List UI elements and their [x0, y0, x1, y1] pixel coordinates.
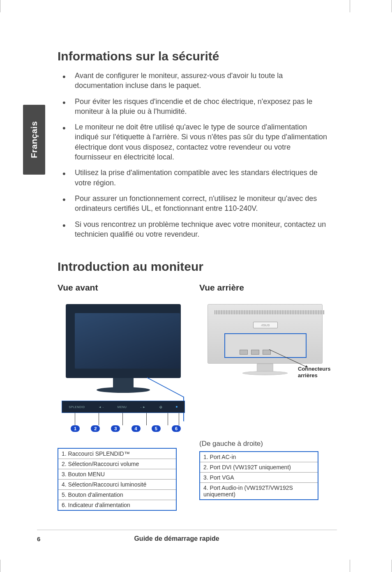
safety-bullet-list: Avant de configurer le moniteur, assurez…: [58, 71, 329, 239]
rear-view-column: Vue arrière /ISUS Connect: [199, 283, 329, 511]
button-label: - ►: [141, 406, 146, 408]
button-label: ⏻: [159, 406, 163, 408]
port-icon: [263, 350, 271, 355]
rear-body: /ISUS: [208, 304, 323, 364]
crop-mark-bottom: [0, 560, 392, 572]
legend-cell: 3. Port VGA: [200, 473, 318, 483]
rear-monitor-illustration: /ISUS Connecteurs arrières: [203, 300, 327, 382]
legend-note: (De gauche à droite): [199, 440, 329, 448]
rear-vent: [214, 310, 325, 314]
legend-cell: 1. Port AC-in: [200, 452, 318, 462]
page-content: Français Informations sur la sécurité Av…: [0, 12, 353, 560]
heading-safety: Informations sur la sécurité: [58, 49, 329, 63]
footer-rule: [37, 530, 337, 530]
legend-cell: 2. Port DVI (VW192T uniquement): [200, 462, 318, 473]
button-bar: SPLENDID ◄ - MENU - ► ⏻: [62, 401, 185, 413]
language-tab: Français: [23, 105, 45, 175]
legend-cell: 6. Indicateur d'alimentation: [58, 500, 176, 511]
front-monitor-illustration: SPLENDID ◄ - MENU - ► ⏻ 1 2: [62, 300, 185, 431]
legend-cell: 2. Sélection/Raccourci volume: [58, 459, 176, 469]
port-icon: [251, 350, 259, 355]
legend-cell: 5. Bouton d'alimentation: [58, 490, 176, 500]
bullet-item: Si vous rencontrez un problème technique…: [70, 219, 329, 240]
connectors-label: Connecteurs arrières: [298, 366, 330, 378]
legend-cell: 3. Bouton MENU: [58, 469, 176, 480]
legend-cell: 4. Port Audio-in (VW192T/VW192S uniqueme…: [200, 483, 318, 500]
views-columns: Vue avant SPLENDID ◄ - MENU - ► ⏻: [58, 283, 329, 511]
rear-ports: [240, 350, 271, 355]
rear-view-label: Vue arrière: [199, 283, 329, 293]
marker-badge: 6: [172, 425, 181, 432]
legend-cell: 1. Raccourci SPLENDID™: [58, 448, 176, 459]
bullet-item: Pour assurer un fonctionnement correct, …: [70, 194, 329, 214]
rear-legend-table: 1. Port AC-in 2. Port DVI (VW192T unique…: [199, 451, 318, 500]
front-view-column: Vue avant SPLENDID ◄ - MENU - ► ⏻: [58, 283, 187, 511]
bullet-item: Pour éviter les risques d'incendie et de…: [70, 97, 329, 117]
brand-badge: /ISUS: [253, 322, 278, 328]
front-legend-table: 1. Raccourci SPLENDID™ 2. Sélection/Racc…: [58, 448, 177, 511]
button-label: ◄ -: [99, 406, 104, 408]
rear-stand: [257, 364, 273, 372]
rear-base: [242, 371, 288, 375]
footer-title: Guide de démarrage rapide: [0, 535, 353, 542]
rear-connector-panel: [224, 333, 307, 358]
bullet-item: Avant de configurer le moniteur, assurez…: [70, 71, 329, 91]
port-icon: [240, 350, 248, 355]
button-label: MENU: [118, 406, 127, 408]
marker-badge: 2: [91, 425, 100, 432]
marker-row: 1 2 3 4 5 6: [62, 425, 185, 432]
button-label: SPLENDID: [69, 406, 85, 408]
bullet-item: Utilisez la prise d'alimentation compati…: [70, 168, 329, 188]
crop-mark-top: [0, 0, 392, 12]
heading-introduction: Introduction au moniteur: [58, 260, 329, 274]
legend-cell: 4. Sélection/Raccourci luminosité: [58, 480, 176, 490]
marker-badge: 4: [131, 425, 141, 432]
marker-badge: 1: [71, 425, 80, 432]
marker-badge: 3: [111, 425, 120, 432]
monitor-bezel: [66, 304, 181, 378]
power-led-icon: [176, 406, 178, 408]
front-view-label: Vue avant: [58, 283, 187, 293]
bullet-item: Le moniteur ne doit être utilisé qu'avec…: [70, 122, 329, 162]
monitor-screen: [75, 313, 180, 369]
marker-badge: 5: [152, 425, 161, 432]
monitor-base: [97, 387, 150, 393]
